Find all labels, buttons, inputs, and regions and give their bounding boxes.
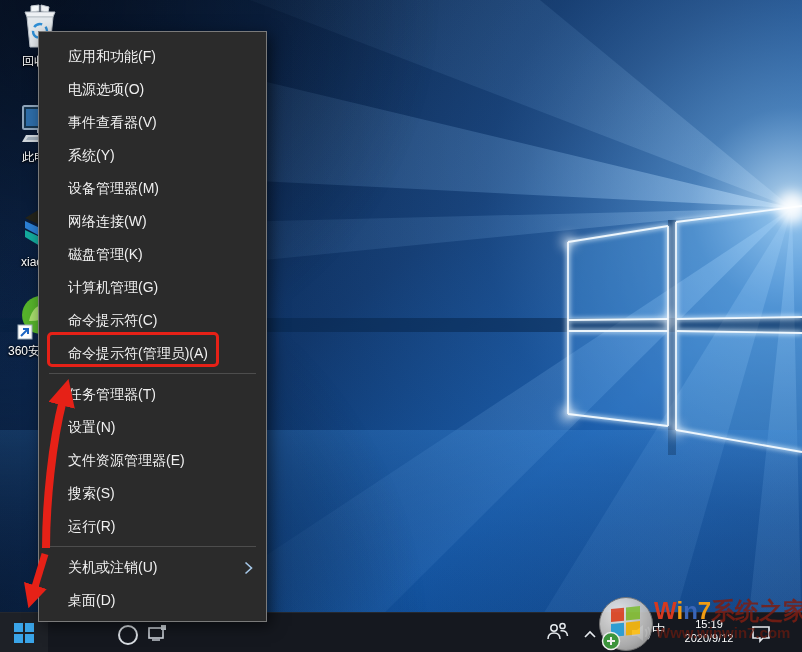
menu-item-device-manager[interactable]: 设备管理器(M) bbox=[39, 172, 266, 205]
submenu-chevron-icon bbox=[244, 561, 253, 575]
clock-time: 15:19 bbox=[674, 617, 744, 631]
clock-date: 2020/9/12 bbox=[674, 631, 744, 645]
notification-icon bbox=[751, 625, 771, 643]
people-icon bbox=[546, 622, 570, 642]
clock[interactable]: 15:19 2020/9/12 bbox=[674, 617, 744, 645]
menu-item-computer-management[interactable]: 计算机管理(G) bbox=[39, 271, 266, 304]
menu-item-power-options[interactable]: 电源选项(O) bbox=[39, 73, 266, 106]
menu-separator bbox=[49, 373, 256, 374]
winx-menu: 应用和功能(F) 电源选项(O) 事件查看器(V) 系统(Y) 设备管理器(M)… bbox=[38, 31, 267, 622]
ime-indicator[interactable]: 中 bbox=[652, 622, 672, 640]
menu-item-task-manager[interactable]: 任务管理器(T) bbox=[39, 378, 266, 411]
speaker-icon bbox=[630, 624, 652, 642]
desktop-screen: 回收站 此电脑 xiaobai 360安全卫士 bbox=[0, 0, 802, 652]
action-center-button[interactable] bbox=[751, 625, 771, 647]
menu-item-system[interactable]: 系统(Y) bbox=[39, 139, 266, 172]
task-view-icon bbox=[148, 624, 168, 641]
menu-item-file-explorer[interactable]: 文件资源管理器(E) bbox=[39, 444, 266, 477]
cortana-circle-icon bbox=[118, 625, 138, 645]
menu-item-label: 关机或注销(U) bbox=[68, 559, 157, 575]
menu-item-run[interactable]: 运行(R) bbox=[39, 510, 266, 543]
hidden-icons-button[interactable] bbox=[583, 626, 597, 644]
menu-item-event-viewer[interactable]: 事件查看器(V) bbox=[39, 106, 266, 139]
annotation-highlight-box bbox=[47, 332, 219, 367]
menu-item-network-connections[interactable]: 网络连接(W) bbox=[39, 205, 266, 238]
menu-separator bbox=[49, 546, 256, 547]
menu-item-apps-features[interactable]: 应用和功能(F) bbox=[39, 40, 266, 73]
task-view-button[interactable] bbox=[148, 624, 170, 642]
volume-button[interactable] bbox=[630, 624, 652, 646]
people-button[interactable] bbox=[546, 622, 570, 646]
windows-logo-icon bbox=[14, 623, 34, 643]
menu-item-shutdown-signout[interactable]: 关机或注销(U) bbox=[39, 551, 266, 584]
chevron-up-icon bbox=[583, 630, 597, 640]
menu-item-disk-management[interactable]: 磁盘管理(K) bbox=[39, 238, 266, 271]
menu-item-search[interactable]: 搜索(S) bbox=[39, 477, 266, 510]
search-button[interactable] bbox=[112, 619, 142, 649]
menu-item-settings[interactable]: 设置(N) bbox=[39, 411, 266, 444]
menu-item-desktop[interactable]: 桌面(D) bbox=[39, 584, 266, 617]
